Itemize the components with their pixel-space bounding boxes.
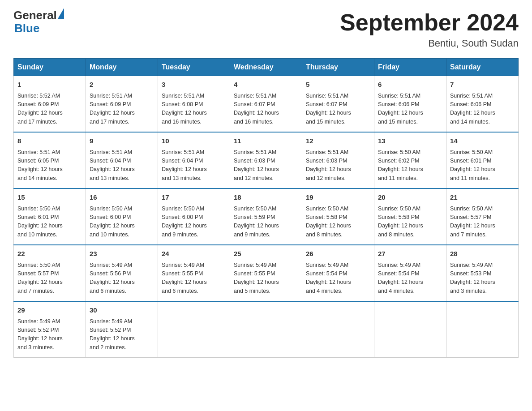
logo: General Blue [13, 9, 64, 34]
page-header: General Blue September 2024 Bentiu, Sout… [13, 9, 519, 49]
calendar-week-row: 15Sunrise: 5:50 AMSunset: 6:01 PMDayligh… [14, 188, 519, 245]
day-number: 22 [17, 249, 82, 259]
calendar-cell: 9Sunrise: 5:51 AMSunset: 6:04 PMDaylight… [86, 132, 158, 188]
day-info: Sunrise: 5:50 AMSunset: 6:01 PMDaylight:… [17, 205, 82, 240]
day-info: Sunrise: 5:50 AMSunset: 6:02 PMDaylight:… [378, 148, 442, 183]
calendar-cell: 1Sunrise: 5:52 AMSunset: 6:09 PMDaylight… [14, 76, 86, 133]
column-header-thursday: Thursday [302, 59, 374, 76]
day-info: Sunrise: 5:49 AMSunset: 5:56 PMDaylight:… [90, 261, 154, 296]
day-info: Sunrise: 5:49 AMSunset: 5:53 PMDaylight:… [450, 261, 515, 296]
day-number: 19 [306, 193, 370, 203]
column-header-monday: Monday [86, 59, 158, 76]
day-number: 3 [162, 80, 226, 90]
column-header-saturday: Saturday [446, 59, 519, 76]
month-title: September 2024 [340, 9, 519, 36]
day-info: Sunrise: 5:49 AMSunset: 5:55 PMDaylight:… [162, 261, 226, 296]
day-info: Sunrise: 5:51 AMSunset: 6:04 PMDaylight:… [90, 148, 154, 183]
calendar-cell: 20Sunrise: 5:50 AMSunset: 5:58 PMDayligh… [374, 188, 446, 245]
calendar-table: SundayMondayTuesdayWednesdayThursdayFrid… [13, 58, 519, 358]
calendar-cell: 7Sunrise: 5:51 AMSunset: 6:06 PMDaylight… [446, 76, 519, 133]
day-info: Sunrise: 5:51 AMSunset: 6:09 PMDaylight:… [90, 92, 154, 127]
calendar-week-row: 29Sunrise: 5:49 AMSunset: 5:52 PMDayligh… [14, 301, 519, 358]
calendar-cell: 16Sunrise: 5:50 AMSunset: 6:00 PMDayligh… [86, 188, 158, 245]
day-info: Sunrise: 5:51 AMSunset: 6:07 PMDaylight:… [234, 92, 298, 127]
day-number: 28 [450, 249, 515, 259]
logo-triangle-icon [58, 8, 64, 19]
day-info: Sunrise: 5:50 AMSunset: 5:59 PMDaylight:… [234, 205, 298, 240]
calendar-cell: 21Sunrise: 5:50 AMSunset: 5:57 PMDayligh… [446, 188, 519, 245]
day-number: 12 [306, 136, 370, 146]
calendar-cell: 30Sunrise: 5:49 AMSunset: 5:52 PMDayligh… [86, 301, 158, 358]
day-number: 24 [162, 249, 226, 259]
calendar-cell: 27Sunrise: 5:49 AMSunset: 5:54 PMDayligh… [374, 245, 446, 301]
day-number: 27 [378, 249, 442, 259]
day-info: Sunrise: 5:51 AMSunset: 6:06 PMDaylight:… [378, 92, 442, 127]
calendar-cell: 11Sunrise: 5:51 AMSunset: 6:03 PMDayligh… [230, 132, 302, 188]
day-info: Sunrise: 5:51 AMSunset: 6:08 PMDaylight:… [162, 92, 226, 127]
day-number: 10 [162, 136, 226, 146]
day-info: Sunrise: 5:50 AMSunset: 5:58 PMDaylight:… [306, 205, 370, 240]
day-number: 14 [450, 136, 515, 146]
day-number: 30 [90, 305, 154, 316]
day-info: Sunrise: 5:51 AMSunset: 6:03 PMDaylight:… [306, 148, 370, 183]
day-number: 1 [17, 80, 82, 90]
day-info: Sunrise: 5:49 AMSunset: 5:54 PMDaylight:… [378, 261, 442, 296]
logo-blue-text: Blue [14, 22, 64, 35]
calendar-cell: 10Sunrise: 5:51 AMSunset: 6:04 PMDayligh… [158, 132, 230, 188]
logo-general: General [13, 9, 57, 22]
calendar-cell [374, 301, 446, 358]
day-info: Sunrise: 5:50 AMSunset: 5:58 PMDaylight:… [378, 205, 442, 240]
calendar-cell: 17Sunrise: 5:50 AMSunset: 6:00 PMDayligh… [158, 188, 230, 245]
calendar-cell: 25Sunrise: 5:49 AMSunset: 5:55 PMDayligh… [230, 245, 302, 301]
calendar-cell [302, 301, 374, 358]
calendar-cell: 8Sunrise: 5:51 AMSunset: 6:05 PMDaylight… [14, 132, 86, 188]
day-number: 6 [378, 80, 442, 90]
calendar-cell [446, 301, 519, 358]
day-number: 21 [450, 193, 515, 203]
location: Bentiu, South Sudan [340, 38, 519, 49]
day-info: Sunrise: 5:51 AMSunset: 6:06 PMDaylight:… [450, 92, 515, 127]
calendar-cell: 13Sunrise: 5:50 AMSunset: 6:02 PMDayligh… [374, 132, 446, 188]
day-number: 23 [90, 249, 154, 259]
column-header-wednesday: Wednesday [230, 59, 302, 76]
day-info: Sunrise: 5:50 AMSunset: 5:57 PMDaylight:… [17, 261, 82, 296]
calendar-cell: 14Sunrise: 5:50 AMSunset: 6:01 PMDayligh… [446, 132, 519, 188]
day-number: 15 [17, 193, 82, 203]
calendar-cell [158, 301, 230, 358]
day-number: 25 [234, 249, 298, 259]
calendar-cell: 6Sunrise: 5:51 AMSunset: 6:06 PMDaylight… [374, 76, 446, 133]
calendar-week-row: 8Sunrise: 5:51 AMSunset: 6:05 PMDaylight… [14, 132, 519, 188]
day-info: Sunrise: 5:49 AMSunset: 5:52 PMDaylight:… [17, 317, 82, 352]
column-header-tuesday: Tuesday [158, 59, 230, 76]
day-info: Sunrise: 5:49 AMSunset: 5:54 PMDaylight:… [306, 261, 370, 296]
day-number: 17 [162, 193, 226, 203]
day-info: Sunrise: 5:49 AMSunset: 5:52 PMDaylight:… [90, 317, 154, 352]
calendar-cell [230, 301, 302, 358]
day-number: 9 [90, 136, 154, 146]
day-info: Sunrise: 5:52 AMSunset: 6:09 PMDaylight:… [17, 92, 82, 127]
day-info: Sunrise: 5:50 AMSunset: 5:57 PMDaylight:… [450, 205, 515, 240]
day-number: 20 [378, 193, 442, 203]
day-number: 18 [234, 193, 298, 203]
calendar-cell: 5Sunrise: 5:51 AMSunset: 6:07 PMDaylight… [302, 76, 374, 133]
calendar-cell: 19Sunrise: 5:50 AMSunset: 5:58 PMDayligh… [302, 188, 374, 245]
calendar-cell: 15Sunrise: 5:50 AMSunset: 6:01 PMDayligh… [14, 188, 86, 245]
day-number: 26 [306, 249, 370, 259]
calendar-cell: 26Sunrise: 5:49 AMSunset: 5:54 PMDayligh… [302, 245, 374, 301]
calendar-cell: 28Sunrise: 5:49 AMSunset: 5:53 PMDayligh… [446, 245, 519, 301]
calendar-cell: 18Sunrise: 5:50 AMSunset: 5:59 PMDayligh… [230, 188, 302, 245]
day-info: Sunrise: 5:50 AMSunset: 6:01 PMDaylight:… [450, 148, 515, 183]
day-number: 8 [17, 136, 82, 146]
day-number: 7 [450, 80, 515, 90]
calendar-cell: 29Sunrise: 5:49 AMSunset: 5:52 PMDayligh… [14, 301, 86, 358]
day-info: Sunrise: 5:50 AMSunset: 6:00 PMDaylight:… [90, 205, 154, 240]
day-info: Sunrise: 5:51 AMSunset: 6:04 PMDaylight:… [162, 148, 226, 183]
column-header-sunday: Sunday [14, 59, 86, 76]
day-info: Sunrise: 5:51 AMSunset: 6:05 PMDaylight:… [17, 148, 82, 183]
calendar-week-row: 1Sunrise: 5:52 AMSunset: 6:09 PMDaylight… [14, 76, 519, 133]
calendar-header-row: SundayMondayTuesdayWednesdayThursdayFrid… [14, 59, 519, 76]
day-number: 2 [90, 80, 154, 90]
day-info: Sunrise: 5:49 AMSunset: 5:55 PMDaylight:… [234, 261, 298, 296]
calendar-cell: 2Sunrise: 5:51 AMSunset: 6:09 PMDaylight… [86, 76, 158, 133]
day-info: Sunrise: 5:51 AMSunset: 6:07 PMDaylight:… [306, 92, 370, 127]
